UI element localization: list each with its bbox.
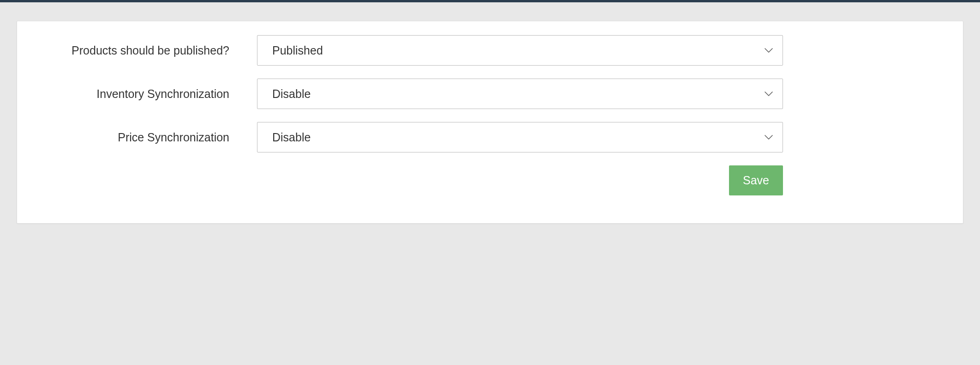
row-inventory-sync: Inventory Synchronization Disable: [36, 79, 944, 109]
select-price-sync[interactable]: Disable: [257, 122, 783, 152]
select-inventory-sync[interactable]: Disable: [257, 79, 783, 109]
select-wrap-products-published: Published: [257, 35, 783, 66]
row-price-sync: Price Synchronization Disable: [36, 122, 944, 152]
select-wrap-inventory-sync: Disable: [257, 79, 783, 109]
label-products-published: Products should be published?: [36, 44, 257, 57]
row-products-published: Products should be published? Published: [36, 35, 944, 66]
label-price-sync: Price Synchronization: [36, 131, 257, 144]
save-button[interactable]: Save: [729, 165, 783, 195]
top-border: [0, 0, 980, 2]
settings-card: Products should be published? Published …: [17, 21, 963, 224]
label-inventory-sync: Inventory Synchronization: [36, 87, 257, 101]
select-wrap-price-sync: Disable: [257, 122, 783, 152]
button-row: Save: [257, 165, 783, 195]
select-products-published[interactable]: Published: [257, 35, 783, 66]
